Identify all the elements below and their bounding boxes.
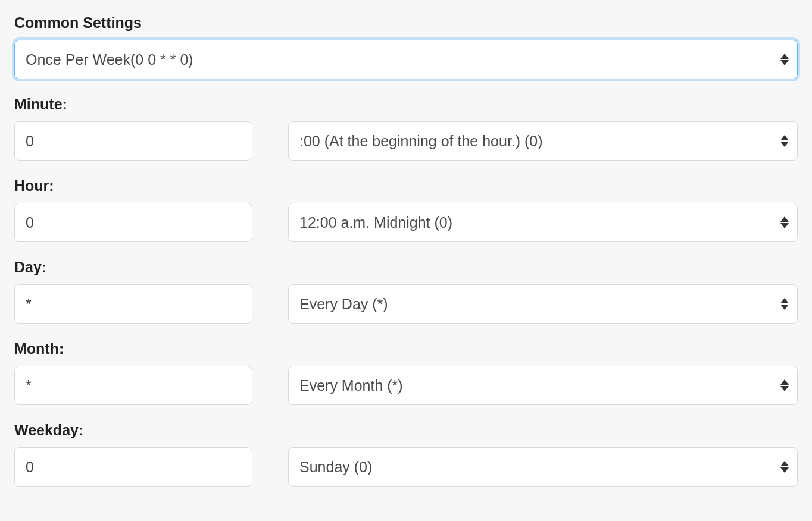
common-settings-heading: Common Settings [14, 14, 798, 32]
hour-label: Hour: [14, 177, 798, 194]
spinner-icon [780, 54, 789, 65]
day-input[interactable] [14, 284, 252, 324]
minute-label: Minute: [14, 96, 798, 113]
hour-select-value: 12:00 a.m. Midnight (0) [299, 214, 452, 231]
common-settings-select[interactable]: Once Per Week(0 0 * * 0) [14, 40, 798, 79]
hour-input[interactable] [14, 203, 252, 242]
spinner-icon [780, 298, 789, 310]
month-select[interactable]: Every Month (*) [288, 366, 798, 405]
weekday-label: Weekday: [14, 422, 798, 439]
minute-select[interactable]: :00 (At the beginning of the hour.) (0) [288, 121, 798, 161]
common-settings-select-value: Once Per Week(0 0 * * 0) [26, 51, 193, 68]
minute-input[interactable] [14, 121, 252, 161]
minute-select-value: :00 (At the beginning of the hour.) (0) [299, 133, 543, 150]
day-label: Day: [14, 259, 798, 276]
weekday-select[interactable]: Sunday (0) [288, 447, 798, 487]
spinner-icon [780, 379, 789, 391]
month-select-value: Every Month (*) [299, 377, 403, 394]
weekday-input[interactable] [14, 447, 252, 487]
spinner-icon [780, 135, 789, 147]
spinner-icon [780, 216, 789, 228]
month-label: Month: [14, 340, 798, 357]
hour-select[interactable]: 12:00 a.m. Midnight (0) [288, 203, 798, 242]
day-select-value: Every Day (*) [299, 296, 388, 313]
weekday-select-value: Sunday (0) [299, 459, 372, 476]
month-input[interactable] [14, 366, 252, 405]
day-select[interactable]: Every Day (*) [288, 284, 798, 324]
spinner-icon [780, 461, 789, 473]
